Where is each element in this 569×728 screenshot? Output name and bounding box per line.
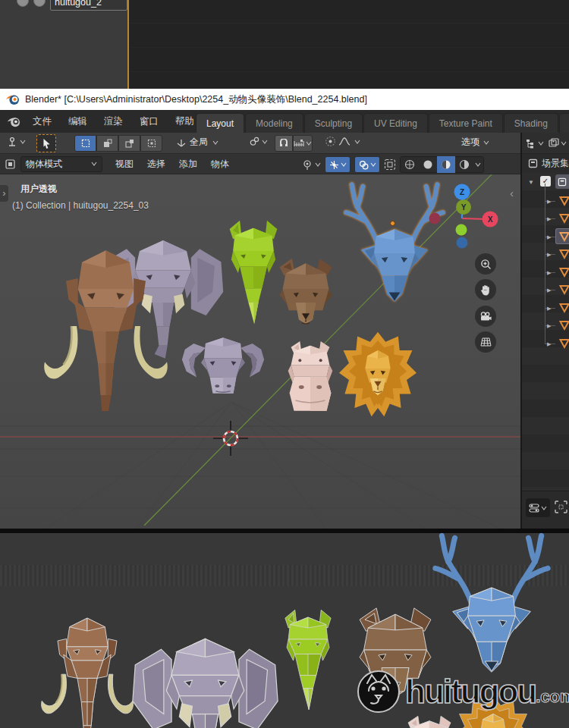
panel-divider[interactable] bbox=[520, 133, 522, 529]
blender-menu-logo-icon[interactable] bbox=[7, 116, 21, 127]
tab-shading[interactable]: Shading bbox=[504, 113, 558, 133]
mammoth-head-object[interactable] bbox=[39, 241, 172, 427]
select-mode-new-button[interactable] bbox=[74, 135, 96, 152]
expand-caret-icon[interactable]: ▶ bbox=[547, 234, 551, 241]
menu-add[interactable]: 添加 bbox=[172, 158, 204, 171]
hippo-head-object[interactable] bbox=[273, 338, 347, 435]
object-origin-dot bbox=[390, 221, 395, 226]
active-tool-dropdown[interactable] bbox=[6, 136, 26, 148]
viewport-3d[interactable]: 用户透视 (1) Collection | huitugou_2254_03 ›… bbox=[0, 174, 520, 529]
menu-edit[interactable]: 编辑 bbox=[60, 110, 96, 133]
outliner-object-row[interactable]: ▶ bbox=[522, 281, 569, 299]
transform-orientation-dropdown[interactable]: 全局 bbox=[176, 136, 218, 149]
collection-checkbox[interactable]: ✓ bbox=[540, 176, 551, 187]
camera-view-button[interactable] bbox=[475, 306, 496, 327]
options-dropdown[interactable]: 选项 bbox=[461, 136, 489, 149]
select-box-tool-button[interactable] bbox=[36, 134, 56, 152]
grid-icon bbox=[480, 337, 492, 347]
outliner-editor-dropdown[interactable] bbox=[526, 138, 544, 149]
outliner-object-row-selected[interactable]: ▶ bbox=[522, 228, 569, 246]
menu-window[interactable]: 窗口 bbox=[131, 110, 167, 133]
expand-caret-icon[interactable]: ▶ bbox=[547, 198, 551, 206]
sidebar-collapse-arrow[interactable]: ‹ bbox=[510, 187, 514, 199]
select-mode-subtract-button[interactable] bbox=[118, 135, 140, 152]
gizmo-neg-x-axis[interactable] bbox=[429, 213, 441, 224]
shading-material-button[interactable] bbox=[437, 156, 455, 173]
scene-collection-label: 场景集合 bbox=[542, 157, 569, 170]
lion-head-object[interactable] bbox=[339, 331, 417, 447]
properties-sliders-icon bbox=[529, 503, 539, 513]
expand-caret-icon[interactable]: ▶ bbox=[547, 269, 551, 277]
tab-texture-paint[interactable]: Texture Paint bbox=[429, 113, 503, 133]
proportional-edit-group[interactable] bbox=[325, 136, 360, 147]
pivot-point-dropdown[interactable] bbox=[249, 136, 268, 147]
tab-uv-editing[interactable]: UV Editing bbox=[363, 113, 428, 133]
outliner-object-row[interactable]: ▶ bbox=[522, 246, 569, 263]
expand-caret-icon[interactable]: ▶ bbox=[547, 215, 551, 223]
navigation-gizmo[interactable]: Y Z X bbox=[425, 176, 508, 252]
gizmo-neg-y-axis[interactable] bbox=[456, 224, 467, 236]
shading-solid-button[interactable] bbox=[419, 159, 437, 170]
tab-sculpting[interactable]: Sculpting bbox=[304, 113, 363, 133]
menu-object[interactable]: 物体 bbox=[204, 158, 236, 171]
eye-pin-icon bbox=[302, 159, 313, 171]
chevron-down-icon bbox=[354, 140, 360, 144]
select-mode-intersect-button[interactable] bbox=[140, 135, 162, 152]
mesh-data-icon bbox=[558, 284, 569, 296]
mode-dropdown[interactable]: 物体模式 bbox=[20, 156, 102, 172]
collection-row[interactable]: ▼ ✓ bbox=[522, 173, 569, 190]
outliner-body[interactable]: ▼ ✓ ▶ ▶ ▶ ▶ ▶ ▶ ▶ ▶ ▶ bbox=[522, 173, 569, 491]
select-mode-extend-button[interactable] bbox=[96, 135, 118, 152]
editor-type-icon[interactable] bbox=[5, 158, 16, 170]
snap-magnet-toggle[interactable] bbox=[275, 135, 293, 152]
overlays-toggle[interactable] bbox=[354, 156, 380, 173]
outliner-object-row[interactable]: ▶ bbox=[522, 335, 569, 353]
tab-layout[interactable]: Layout bbox=[196, 113, 244, 133]
gizmo-neg-z-axis[interactable] bbox=[457, 237, 468, 249]
menu-render[interactable]: 渲染 bbox=[96, 110, 131, 133]
overlays-icon bbox=[359, 160, 369, 170]
magnifier-plus-icon bbox=[480, 259, 492, 270]
expand-caret-icon[interactable]: ▶ bbox=[547, 287, 551, 294]
tool-properties-tab-icon[interactable] bbox=[555, 500, 567, 513]
scene-collection-row[interactable]: 场景集合 bbox=[522, 154, 569, 173]
snap-settings-dropdown[interactable] bbox=[293, 135, 313, 152]
expand-caret-icon[interactable]: ▼ bbox=[528, 179, 534, 187]
render-visibility-icon[interactable] bbox=[33, 0, 46, 7]
outliner-object-row[interactable]: ▶ bbox=[522, 317, 569, 334]
outliner-object-row[interactable]: ▶ bbox=[522, 193, 569, 210]
outliner-filter-dropdown[interactable] bbox=[549, 138, 567, 148]
ortho-grid-button[interactable] bbox=[475, 331, 496, 353]
expand-caret-icon[interactable]: ▶ bbox=[547, 322, 551, 330]
properties-editor-dropdown[interactable] bbox=[526, 498, 550, 517]
expand-caret-icon[interactable]: ▶ bbox=[547, 340, 551, 348]
active-collection-chip[interactable] bbox=[555, 174, 569, 189]
visibility-dropdown[interactable] bbox=[302, 159, 321, 171]
tab-animation[interactable]: Anima bbox=[559, 113, 569, 133]
pan-button[interactable] bbox=[475, 279, 496, 300]
menu-view[interactable]: 视图 bbox=[108, 158, 140, 171]
mesh-data-icon bbox=[558, 337, 569, 350]
topbar: 文件 编辑 渲染 窗口 帮助 Layout Modeling Sculpting… bbox=[0, 110, 569, 133]
toolbar-expand-arrow[interactable]: › bbox=[0, 185, 8, 202]
orientation-axes-icon bbox=[176, 137, 187, 148]
increment-snap-icon bbox=[294, 140, 304, 148]
shading-rendered-button[interactable] bbox=[455, 159, 473, 170]
zoom-button[interactable] bbox=[475, 253, 496, 275]
object-name-field[interactable]: huitugou_2 bbox=[50, 0, 127, 11]
menu-file[interactable]: 文件 bbox=[24, 110, 60, 133]
watermark-tld: .com bbox=[536, 687, 569, 707]
scene-collection-icon bbox=[528, 158, 538, 168]
visibility-icon[interactable] bbox=[17, 0, 29, 7]
outliner-object-row[interactable]: ▶ bbox=[522, 300, 569, 317]
menu-select[interactable]: 选择 bbox=[140, 158, 172, 171]
shading-wireframe-button[interactable] bbox=[401, 159, 419, 170]
expand-caret-icon[interactable]: ▶ bbox=[547, 251, 551, 259]
buffalo-head-object[interactable] bbox=[179, 318, 267, 414]
tab-modeling[interactable]: Modeling bbox=[245, 113, 303, 133]
outliner-object-row[interactable]: ▶ bbox=[522, 210, 569, 228]
gizmos-toggle[interactable] bbox=[325, 156, 351, 173]
expand-caret-icon[interactable]: ▶ bbox=[547, 305, 551, 312]
xray-toggle-icon[interactable] bbox=[384, 158, 396, 171]
outliner-object-row[interactable]: ▶ bbox=[522, 264, 569, 281]
